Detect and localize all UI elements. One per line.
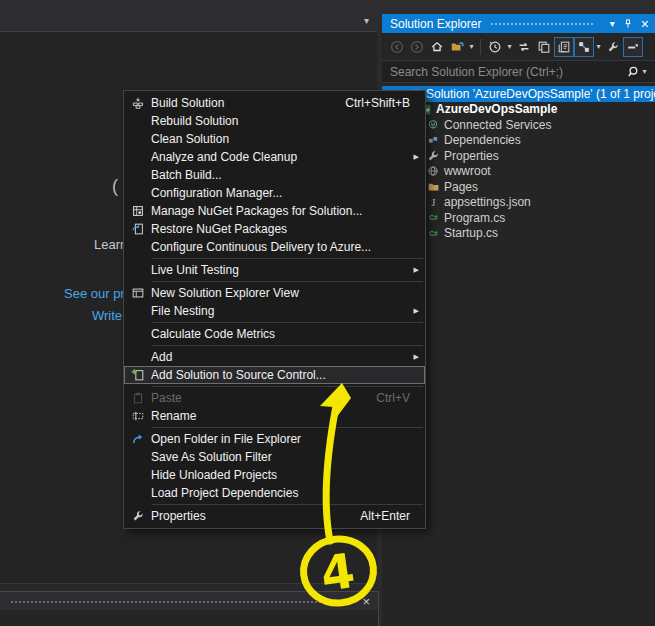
dropdown-caret-icon[interactable]: ▾ bbox=[505, 42, 514, 51]
menu-item-label: Properties bbox=[151, 509, 360, 523]
tree-item-label: Program.cs bbox=[444, 211, 505, 225]
menu-item-rename[interactable]: Rename bbox=[124, 407, 425, 425]
menu-item-label: Build Solution bbox=[151, 96, 345, 110]
menu-item-manage-nuget-packages-for-solution[interactable]: Manage NuGet Packages for Solution... bbox=[124, 202, 425, 220]
rename-icon bbox=[131, 409, 145, 423]
window-menu-caret-icon[interactable]: ▾ bbox=[610, 18, 615, 29]
menu-item-label: Manage NuGet Packages for Solution... bbox=[151, 204, 425, 218]
menu-item-label: Clean Solution bbox=[151, 132, 425, 146]
copy-view-button[interactable] bbox=[534, 37, 554, 57]
background-circle-fragment: ( bbox=[112, 176, 118, 197]
start-page-link[interactable]: See our pr bbox=[64, 286, 125, 301]
tree-item-label: Startup.cs bbox=[444, 226, 498, 240]
menu-item-add-solution-to-source-control[interactable]: Add Solution to Source Control... bbox=[124, 366, 425, 384]
sync-selection-button[interactable] bbox=[574, 37, 594, 57]
open-folder-icon bbox=[131, 432, 145, 446]
sync-with-active-document-button[interactable] bbox=[514, 37, 534, 57]
menu-item-hide-unloaded-projects[interactable]: Hide Unloaded Projects bbox=[124, 466, 425, 484]
menu-item-build-solution[interactable]: Build SolutionCtrl+Shift+B bbox=[124, 94, 425, 112]
menu-item-label: Live Unit Testing bbox=[151, 263, 425, 277]
menu-separator bbox=[152, 258, 423, 259]
tree-item-label: Connected Services bbox=[444, 118, 551, 132]
menu-item-label: Open Folder in File Explorer bbox=[151, 432, 425, 446]
menu-item-batch-build[interactable]: Batch Build... bbox=[124, 166, 425, 184]
dropdown-caret-icon[interactable]: ▾ bbox=[467, 42, 476, 51]
menu-separator bbox=[152, 504, 423, 505]
search-caret-icon[interactable]: ▾ bbox=[640, 67, 649, 76]
menu-item-open-folder-in-file-explorer[interactable]: Open Folder in File Explorer bbox=[124, 430, 425, 448]
drag-grip[interactable] bbox=[10, 599, 352, 604]
close-icon[interactable]: × bbox=[362, 595, 370, 608]
add-source-control-icon bbox=[131, 368, 145, 382]
menu-item-clean-solution[interactable]: Clean Solution bbox=[124, 130, 425, 148]
menu-item-analyze-and-code-cleanup[interactable]: Analyze and Code Cleanup▶ bbox=[124, 148, 425, 166]
home-icon bbox=[430, 40, 444, 54]
menu-item-live-unit-testing[interactable]: Live Unit Testing▶ bbox=[124, 261, 425, 279]
menu-item-load-project-dependencies[interactable]: Load Project Dependencies bbox=[124, 484, 425, 502]
menu-item-shortcut: Alt+Enter bbox=[360, 509, 425, 523]
back-button[interactable] bbox=[387, 37, 407, 57]
search-input[interactable] bbox=[382, 65, 626, 79]
show-all-files-button[interactable] bbox=[554, 37, 574, 57]
forward-button[interactable] bbox=[407, 37, 427, 57]
menu-item-calculate-code-metrics[interactable]: Calculate Code Metrics bbox=[124, 325, 425, 343]
home-button[interactable] bbox=[427, 37, 447, 57]
sync-selection-icon bbox=[577, 40, 591, 54]
menu-item-configuration-manager[interactable]: Configuration Manager... bbox=[124, 184, 425, 202]
menu-item-shortcut: Ctrl+V bbox=[376, 391, 425, 405]
toolbar-overflow-caret-icon[interactable]: ▾ bbox=[364, 15, 369, 26]
menu-item-label: Configure Continuous Delivery to Azure..… bbox=[151, 240, 425, 254]
tree-item-label: AzureDevOpsSample bbox=[436, 102, 557, 116]
menu-item-configure-continuous-delivery-to-azure[interactable]: Configure Continuous Delivery to Azure..… bbox=[124, 238, 425, 256]
menu-item-rebuild-solution[interactable]: Rebuild Solution bbox=[124, 112, 425, 130]
menu-item-label: Restore NuGet Packages bbox=[151, 222, 425, 236]
menu-item-label: Add bbox=[151, 350, 425, 364]
menu-item-label: Hide Unloaded Projects bbox=[151, 468, 425, 482]
menu-item-restore-nuget-packages[interactable]: Restore NuGet Packages bbox=[124, 220, 425, 238]
back-icon bbox=[390, 40, 404, 54]
collapse-all-button[interactable] bbox=[447, 37, 467, 57]
menu-item-label: Rename bbox=[151, 409, 425, 423]
menu-item-label: Rebuild Solution bbox=[151, 114, 425, 128]
pending-changes-filter-icon bbox=[488, 40, 502, 54]
menu-item-file-nesting[interactable]: File Nesting▶ bbox=[124, 302, 425, 320]
tree-item-label: Pages bbox=[444, 180, 478, 194]
preview-selected-items-icon bbox=[626, 40, 640, 54]
drag-grip[interactable] bbox=[490, 22, 594, 27]
bottom-panel-titlebar[interactable]: × bbox=[0, 592, 378, 610]
properties-wrench-icon bbox=[606, 40, 620, 54]
start-page-link[interactable]: Write bbox=[92, 308, 122, 323]
vs-window: ▾ ( Learn See our pr Write × Solution Ex… bbox=[0, 0, 655, 626]
dropdown-caret-icon[interactable]: ▾ bbox=[594, 42, 603, 51]
tree-item-label: wwwroot bbox=[444, 164, 491, 178]
svg-text:C#: C# bbox=[429, 215, 438, 222]
solution-explorer-titlebar[interactable]: Solution Explorer ▾ × bbox=[382, 14, 655, 33]
menu-item-label: Paste bbox=[151, 391, 376, 405]
menu-item-label: Batch Build... bbox=[151, 168, 425, 182]
menu-item-label: Configuration Manager... bbox=[151, 186, 425, 200]
connected-services-icon bbox=[427, 119, 439, 131]
collapse-all-icon bbox=[450, 40, 464, 54]
menu-item-save-as-solution-filter[interactable]: Save As Solution Filter bbox=[124, 448, 425, 466]
folder-icon bbox=[427, 180, 440, 193]
pin-icon[interactable] bbox=[622, 18, 634, 30]
menu-item-properties[interactable]: PropertiesAlt+Enter bbox=[124, 507, 425, 525]
menu-separator bbox=[152, 322, 423, 323]
tree-item-label: Dependencies bbox=[444, 133, 521, 147]
sync-with-active-document-icon bbox=[517, 40, 531, 54]
menu-item-new-solution-explorer-view[interactable]: New Solution Explorer View bbox=[124, 284, 425, 302]
nuget-icon bbox=[131, 204, 145, 218]
nuget-restore-icon bbox=[131, 222, 145, 236]
close-icon[interactable]: × bbox=[641, 18, 649, 30]
pending-changes-filter-button[interactable] bbox=[485, 37, 505, 57]
submenu-arrow-icon: ▶ bbox=[414, 153, 419, 161]
search-icon[interactable] bbox=[626, 65, 640, 79]
context-menu: Build SolutionCtrl+Shift+BRebuild Soluti… bbox=[123, 90, 426, 529]
properties-wrench-button[interactable] bbox=[603, 37, 623, 57]
menu-item-paste[interactable]: PasteCtrl+V bbox=[124, 389, 425, 407]
pin-icon bbox=[622, 18, 634, 30]
menu-item-label: File Nesting bbox=[151, 304, 425, 318]
menu-item-add[interactable]: Add▶ bbox=[124, 348, 425, 366]
panel-title: Solution Explorer bbox=[390, 17, 481, 31]
preview-selected-items-button[interactable] bbox=[623, 37, 643, 57]
